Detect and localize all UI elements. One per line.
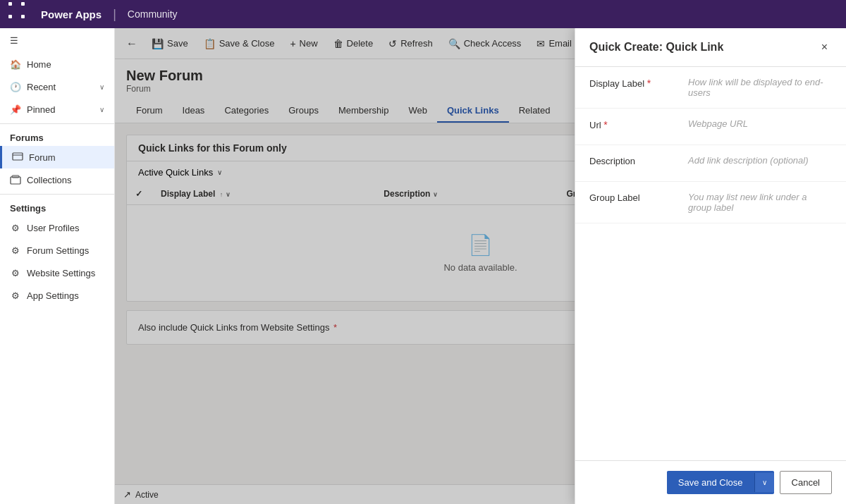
qc-value-display-label: How link will be displayed to end-users xyxy=(688,77,832,98)
pinned-chevron-icon: ∨ xyxy=(99,106,104,113)
svg-rect-0 xyxy=(13,153,23,160)
qc-label-url: Url * xyxy=(589,118,688,130)
quick-create-body: Display Label * How link will be display… xyxy=(575,67,846,460)
qc-label-group-label: Group Label xyxy=(589,192,688,203)
qc-field-url: Url * Webpage URL xyxy=(575,109,846,145)
forum-settings-icon: ⚙ xyxy=(10,245,21,256)
sidebar-item-recent[interactable]: 🕐 Recent ∨ xyxy=(0,75,114,98)
sidebar-item-collections[interactable]: Collections xyxy=(0,168,114,191)
save-and-close-dropdown-button[interactable]: ∨ xyxy=(754,473,774,492)
sidebar-item-forum[interactable]: Forum xyxy=(0,146,114,168)
sidebar-item-website-settings[interactable]: ⚙ Website Settings xyxy=(0,262,114,284)
qc-label-display-label: Display Label * xyxy=(589,77,688,89)
sidebar-item-pinned[interactable]: 📌 Pinned ∨ xyxy=(0,98,114,121)
main-layout: ☰ 🏠 Home 🕐 Recent ∨ 📌 Pinned ∨ Forums Fo… xyxy=(0,28,846,504)
quick-create-close-button[interactable]: × xyxy=(817,39,832,55)
qc-label-description: Description xyxy=(589,155,688,166)
website-settings-icon: ⚙ xyxy=(10,267,21,278)
app-settings-icon: ⚙ xyxy=(10,290,21,301)
required-dot-display: * xyxy=(647,78,651,89)
forums-section-label: Forums xyxy=(0,127,114,146)
recent-icon: 🕐 xyxy=(10,81,21,92)
forum-icon xyxy=(12,152,23,163)
pinned-icon: 📌 xyxy=(10,104,21,115)
nav-separator: | xyxy=(113,7,116,22)
quick-create-footer: Save and Close ∨ Cancel xyxy=(575,460,846,504)
quick-create-title: Quick Create: Quick Link xyxy=(589,41,723,54)
qc-field-display-label: Display Label * How link will be display… xyxy=(575,67,846,109)
qc-value-url: Webpage URL xyxy=(688,118,832,129)
community-label: Community xyxy=(128,8,178,20)
hamburger-menu-icon[interactable]: ☰ xyxy=(0,28,114,53)
sidebar-item-app-settings[interactable]: ⚙ App Settings xyxy=(0,284,114,307)
save-and-close-button[interactable]: Save and Close xyxy=(667,472,754,493)
sidebar: ☰ 🏠 Home 🕐 Recent ∨ 📌 Pinned ∨ Forums Fo… xyxy=(0,28,115,504)
qc-field-description: Description Add link description (option… xyxy=(575,145,846,182)
sidebar-item-home[interactable]: 🏠 Home xyxy=(0,53,114,75)
cancel-button[interactable]: Cancel xyxy=(780,471,832,494)
sidebar-item-forum-settings[interactable]: ⚙ Forum Settings xyxy=(0,239,114,262)
app-name: Power Apps xyxy=(41,8,102,20)
app-grid-icon[interactable] xyxy=(8,2,32,26)
top-nav: Power Apps | Community xyxy=(0,0,846,28)
qc-value-group-label: You may list new link under a group labe… xyxy=(688,192,832,213)
recent-chevron-icon: ∨ xyxy=(99,83,104,91)
save-and-close-button-group[interactable]: Save and Close ∨ xyxy=(667,471,774,494)
home-icon: 🏠 xyxy=(10,59,21,70)
qc-field-group-label: Group Label You may list new link under … xyxy=(575,182,846,223)
required-dot-url: * xyxy=(603,119,607,130)
user-profiles-icon: ⚙ xyxy=(10,222,21,233)
qc-value-description: Add link description (optional) xyxy=(688,155,832,166)
quick-create-panel: Quick Create: Quick Link × Display Label… xyxy=(575,28,846,504)
content-area: ← 💾 Save 📋 Save & Close + New 🗑 Delete ↺… xyxy=(115,28,846,504)
sidebar-item-user-profiles[interactable]: ⚙ User Profiles xyxy=(0,216,114,239)
collections-icon xyxy=(10,174,21,185)
quick-create-header: Quick Create: Quick Link × xyxy=(575,28,846,67)
settings-section-label: Settings xyxy=(0,197,114,216)
